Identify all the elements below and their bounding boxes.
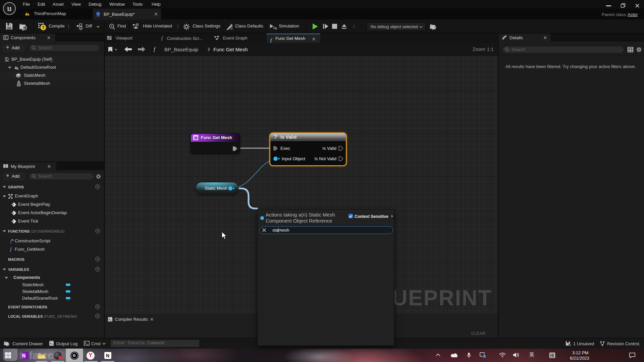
svg-text:f: f (10, 247, 12, 252)
svg-text:u: u (7, 4, 12, 13)
svg-text:?: ? (42, 25, 45, 30)
